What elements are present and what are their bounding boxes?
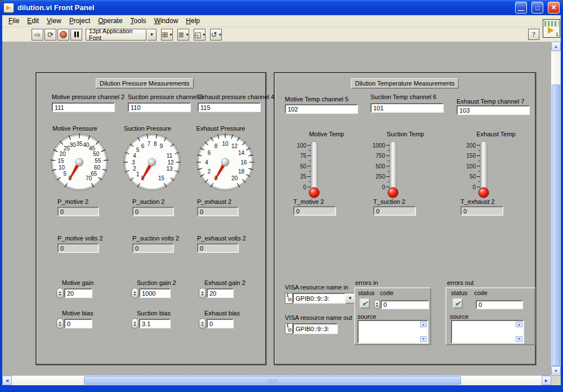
svg-text:2: 2 <box>208 168 211 175</box>
scroll-down-icon[interactable]: ▼ <box>516 336 522 342</box>
indicator-label: T_suction 2 <box>373 198 405 205</box>
visa-io-icon: I/O <box>285 323 293 334</box>
motive-gain-input[interactable] <box>64 288 92 298</box>
errors-out-label: errors out <box>447 279 473 286</box>
exhaust-pressure-gauge: 02468101214161820 <box>196 133 254 191</box>
scroll-down-button[interactable]: ▼ <box>551 366 561 376</box>
errors-in-status-led[interactable]: ✔ <box>360 299 370 309</box>
horizontal-scroll-thumb[interactable] <box>84 376 461 385</box>
visa-out-label: VISA resource name out <box>285 314 352 321</box>
pressure-panel-title: Dilution Pressure Measurements <box>96 78 194 88</box>
suction-gain-input[interactable] <box>139 288 171 298</box>
visa-out-control[interactable]: I/O <box>285 323 338 334</box>
errors-in-cluster: status ✔ code ▴▾ source ▲ ▼ <box>354 287 431 345</box>
svg-text:100: 100 <box>297 142 306 149</box>
exhaust-temp-channel-input[interactable] <box>457 105 530 115</box>
horizontal-scrollbar[interactable]: ◀ ▶ <box>2 376 551 385</box>
motive-bias-spinner[interactable]: ▴▾ <box>56 318 64 329</box>
svg-text:75: 75 <box>300 153 307 159</box>
context-help-button[interactable]: ? <box>528 29 539 40</box>
suction-temp-channel-input[interactable] <box>370 103 444 113</box>
exhaust-bias-input[interactable] <box>207 319 234 328</box>
abort-button[interactable] <box>57 29 69 41</box>
exhaust-bias-spinner[interactable]: ▴▾ <box>199 318 206 329</box>
svg-text:15: 15 <box>58 158 65 164</box>
scroll-right-button[interactable]: ▶ <box>542 376 551 385</box>
menu-item-help[interactable]: Help <box>182 16 204 26</box>
svg-text:50: 50 <box>93 151 100 157</box>
run-continuous-button[interactable]: ⟳ <box>44 29 56 41</box>
exhaust-gain-input[interactable] <box>207 288 234 298</box>
visa-in-field[interactable] <box>293 293 346 304</box>
vi-icon[interactable]: 1 <box>543 19 560 38</box>
reorder-button[interactable]: ↺▾ <box>210 29 222 41</box>
status-label: status <box>358 289 374 296</box>
temperature-panel-title: Dilution Temperature Measurements <box>351 78 458 88</box>
scroll-up-icon[interactable]: ▲ <box>516 322 522 327</box>
menubar: File Edit View Project Operate Tools Win… <box>2 15 561 27</box>
suction-bias-input[interactable] <box>139 319 171 328</box>
scroll-up-button[interactable]: ▲ <box>551 42 561 51</box>
svg-text:1: 1 <box>136 171 140 177</box>
front-panel: Dilution Pressure Measurements Motive pr… <box>2 42 551 376</box>
svg-text:20: 20 <box>231 175 238 181</box>
menu-item-tools[interactable]: Tools <box>127 16 150 26</box>
suction-pressure-channel-input[interactable] <box>128 103 191 112</box>
font-selector-dropdown[interactable]: ▼ <box>148 29 157 41</box>
minimize-button[interactable]: — <box>515 2 527 14</box>
chevron-down-icon: ▾ <box>186 32 188 37</box>
gain-label: Motive gain <box>62 279 93 286</box>
errors-in-code-input[interactable] <box>381 300 429 309</box>
source-label: source <box>358 313 376 320</box>
font-selector[interactable]: 13pt Application Font <box>86 29 146 41</box>
suction-gain-spinner[interactable]: ▴▾ <box>131 288 138 299</box>
svg-text:12: 12 <box>231 143 238 149</box>
status-label: status <box>451 289 467 296</box>
pressure-panel: Dilution Pressure Measurements Motive pr… <box>35 72 266 365</box>
svg-text:20: 20 <box>60 151 66 157</box>
exhaust-gain-spinner[interactable]: ▴▾ <box>199 288 206 299</box>
motive-gain-spinner[interactable]: ▴▾ <box>56 288 64 299</box>
vertical-scrollbar[interactable]: ▲ ▼ <box>551 42 561 376</box>
run-button[interactable]: ⇨ <box>32 29 43 41</box>
menu-item-view[interactable]: View <box>43 16 65 26</box>
vi-icon-pattern <box>544 21 558 26</box>
scroll-down-icon[interactable]: ▼ <box>420 336 427 342</box>
visa-in-label: VISA resource name in <box>285 284 348 291</box>
menu-item-operate[interactable]: Operate <box>94 16 126 26</box>
menu-item-project[interactable]: Project <box>65 16 94 26</box>
vertical-scroll-thumb[interactable] <box>552 84 560 366</box>
svg-text:100: 100 <box>466 163 476 170</box>
menu-item-file[interactable]: File <box>5 16 23 26</box>
code-spinner[interactable]: ▴▾ <box>374 300 380 309</box>
motive-temp-channel-input[interactable] <box>285 104 358 114</box>
visa-out-field[interactable] <box>293 323 338 334</box>
svg-text:35: 35 <box>76 141 83 147</box>
pause-icon <box>74 32 79 37</box>
motive-pressure-channel-input[interactable] <box>52 103 115 112</box>
gain-label: Suction gain 2 <box>137 279 176 286</box>
close-button[interactable]: ✕ <box>548 2 560 14</box>
exhaust-pressure-channel-input[interactable] <box>198 103 261 112</box>
chevron-down-icon: ▾ <box>203 32 205 37</box>
resize-grip[interactable] <box>551 376 561 385</box>
maximize-button[interactable]: □ <box>531 2 543 14</box>
menu-item-edit[interactable]: Edit <box>23 16 43 26</box>
resize-objects-button[interactable]: ◱▾ <box>194 29 205 41</box>
svg-text:4: 4 <box>205 159 208 166</box>
scroll-left-button[interactable]: ◀ <box>2 376 12 385</box>
svg-text:11: 11 <box>167 153 173 159</box>
visa-in-combo[interactable]: I/O ▼ <box>285 293 355 304</box>
suction-bias-spinner[interactable]: ▴▾ <box>131 318 138 329</box>
scroll-up-icon[interactable]: ▲ <box>420 322 427 327</box>
svg-text:8: 8 <box>215 143 218 149</box>
p-suction-indicator <box>132 207 174 216</box>
pause-button[interactable] <box>70 29 82 41</box>
errors-in-label: errors in <box>355 279 378 286</box>
motive-bias-input[interactable] <box>64 319 92 328</box>
align-objects-button[interactable]: ⊞▾ <box>161 29 173 41</box>
distribute-objects-button[interactable]: ≣▾ <box>177 29 189 41</box>
menu-item-window[interactable]: Window <box>150 16 182 26</box>
labview-app-icon <box>3 3 14 13</box>
errors-in-source-box[interactable]: ▲ ▼ <box>358 320 428 344</box>
